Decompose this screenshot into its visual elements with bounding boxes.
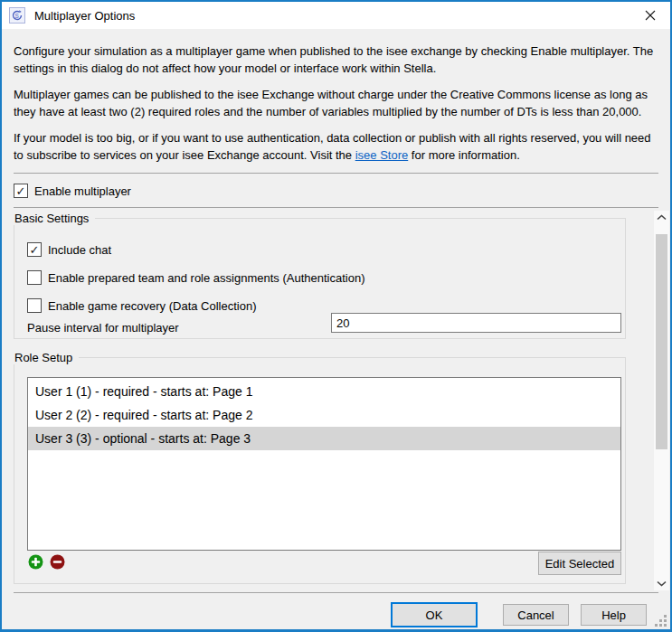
stella-app-icon: S — [9, 7, 25, 24]
role-setup-title: Role Setup — [14, 351, 79, 364]
enable-multiplayer-checkbox[interactable]: ✓ Enable multiplayer — [14, 183, 658, 199]
edit-selected-button[interactable]: Edit Selected — [538, 552, 621, 575]
include-chat-checkbox[interactable]: ✓ Include chat — [27, 242, 111, 257]
svg-text:S: S — [15, 13, 20, 19]
game-recovery-label: Enable game recovery (Data Collection) — [48, 299, 257, 313]
scroll-down-button[interactable] — [654, 577, 669, 590]
role-setup-group: Role Setup User 1 (1) - required - start… — [14, 357, 626, 584]
role-list-item[interactable]: User 1 (1) - required - starts at: Page … — [28, 380, 620, 403]
add-role-button[interactable] — [28, 554, 43, 570]
close-button[interactable] — [629, 2, 670, 29]
chevron-down-icon — [657, 580, 667, 587]
isee-store-link[interactable]: isee Store — [355, 148, 409, 162]
intro-paragraph-2: Multiplayer games can be published to th… — [14, 86, 659, 120]
roles-listbox[interactable]: User 1 (1) - required - starts at: Page … — [27, 377, 621, 551]
role-list-item[interactable]: User 2 (2) - required - starts at: Page … — [28, 403, 620, 427]
close-icon — [645, 10, 656, 21]
game-recovery-checkbox[interactable]: Enable game recovery (Data Collection) — [27, 298, 257, 313]
chevron-up-icon — [657, 214, 667, 221]
separator-top — [14, 173, 658, 174]
plus-icon — [28, 554, 43, 570]
basic-settings-group: Basic Settings ✓ Include chat Enable pre… — [14, 218, 626, 339]
minus-icon — [50, 554, 65, 570]
prepared-team-label: Enable prepared team and role assignment… — [48, 271, 365, 285]
settings-scroll-area: Basic Settings ✓ Include chat Enable pre… — [2, 208, 670, 592]
resize-grip[interactable] — [655, 615, 667, 627]
intro-paragraph-1: Configure your simulation as a multiplay… — [14, 42, 659, 77]
help-button[interactable]: Help — [581, 604, 647, 626]
pause-interval-label: Pause interval for multiplayer — [27, 321, 179, 335]
remove-role-button[interactable] — [50, 554, 65, 570]
dialog-title: Multiplayer Options — [34, 9, 135, 23]
ok-button[interactable]: OK — [391, 602, 478, 627]
pause-interval-input[interactable] — [331, 313, 621, 333]
dialog-footer: OK Cancel Help — [2, 593, 670, 632]
titlebar: S Multiplayer Options — [2, 2, 670, 29]
include-chat-label: Include chat — [48, 243, 111, 257]
cancel-button[interactable]: Cancel — [503, 604, 569, 626]
enable-multiplayer-label: Enable multiplayer — [34, 184, 131, 198]
intro-paragraph-3-before: If your model is too big, or if you want… — [14, 131, 651, 162]
scrollbar-thumb[interactable] — [656, 234, 667, 449]
checkbox-checked-icon[interactable]: ✓ — [27, 242, 42, 257]
role-list-item-selected[interactable]: User 3 (3) - optional - starts at: Page … — [28, 427, 620, 450]
intro-paragraph-3: If your model is too big, or if you want… — [14, 129, 659, 164]
basic-settings-title: Basic Settings — [14, 212, 95, 225]
prepared-team-checkbox[interactable]: Enable prepared team and role assignment… — [27, 270, 365, 285]
checkbox-unchecked-icon[interactable] — [27, 270, 42, 285]
multiplayer-options-dialog: S Multiplayer Options Configure your sim… — [0, 0, 672, 632]
intro-text: Configure your simulation as a multiplay… — [2, 29, 670, 164]
checkbox-unchecked-icon[interactable] — [27, 298, 42, 313]
checkbox-checked-icon[interactable]: ✓ — [14, 184, 28, 198]
intro-paragraph-3-after: for more information. — [408, 148, 520, 162]
scroll-up-button[interactable] — [654, 211, 669, 224]
vertical-scrollbar[interactable] — [654, 211, 669, 590]
